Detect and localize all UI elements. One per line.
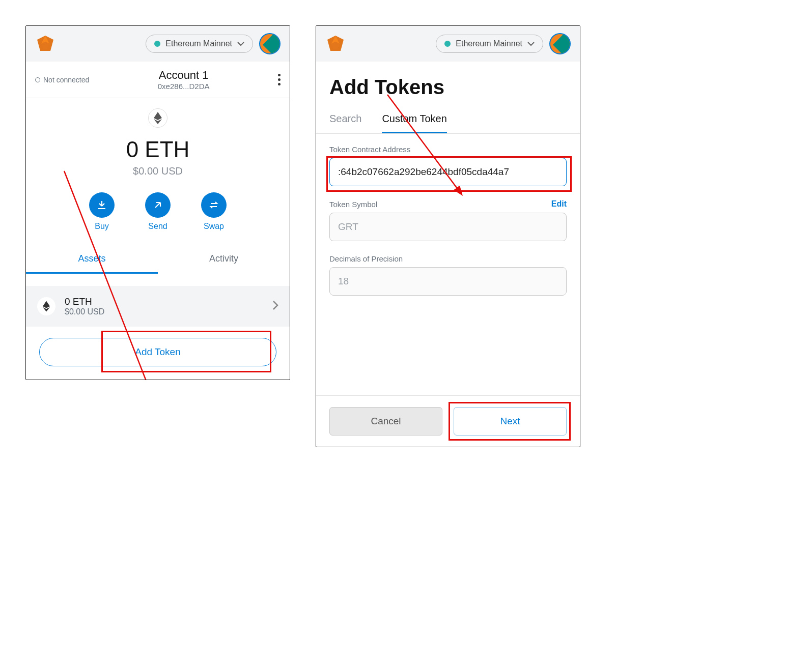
token-symbol-input[interactable] [329, 213, 567, 241]
network-label: Ethereum Mainnet [456, 39, 522, 48]
account-avatar[interactable] [259, 33, 281, 54]
chevron-right-icon [272, 300, 278, 312]
send-button[interactable]: Send [145, 192, 171, 231]
asset-amount: 0 ETH [65, 296, 104, 307]
add-token-button[interactable]: Add Token [39, 338, 276, 366]
account-address: 0xe286...D2DA [89, 82, 278, 91]
chevron-down-icon [237, 41, 244, 46]
asset-fiat: $0.00 USD [65, 307, 104, 316]
metamask-logo-icon [325, 34, 346, 54]
account-name: Account 1 [89, 69, 278, 82]
connection-status[interactable]: Not connected [35, 76, 89, 84]
tab-custom-token[interactable]: Custom Token [382, 108, 446, 133]
fiat-balance: $0.00 USD [26, 165, 290, 177]
header-bar: Ethereum Mainnet [316, 26, 580, 62]
tab-activity[interactable]: Activity [158, 245, 290, 274]
tab-search[interactable]: Search [329, 108, 361, 133]
network-selector[interactable]: Ethereum Mainnet [146, 35, 253, 53]
next-button[interactable]: Next [454, 407, 567, 436]
edit-symbol-link[interactable]: Edit [551, 199, 567, 209]
network-status-dot-icon [444, 41, 451, 47]
account-selector[interactable]: Account 1 0xe286...D2DA [89, 69, 278, 91]
account-avatar[interactable] [549, 33, 571, 54]
decimals-input[interactable] [329, 267, 567, 296]
eth-icon [148, 108, 167, 128]
asset-row-eth[interactable]: 0 ETH $0.00 USD [26, 286, 290, 327]
token-balance: 0 ETH [26, 137, 290, 162]
decimals-label: Decimals of Precision [329, 254, 403, 263]
contract-address-input[interactable] [329, 158, 567, 186]
wallet-main-panel: Ethereum Mainnet Not connected Account 1… [25, 25, 290, 380]
swap-icon [201, 192, 227, 218]
metamask-logo-icon [35, 34, 55, 54]
cancel-button[interactable]: Cancel [329, 407, 442, 436]
token-symbol-label: Token Symbol [329, 200, 377, 209]
add-tokens-panel: Ethereum Mainnet Add Tokens Search Custo… [316, 25, 580, 447]
chevron-down-icon [527, 41, 535, 46]
connection-ring-icon [35, 77, 40, 82]
network-status-dot-icon [154, 41, 160, 47]
wallet-body: 0 ETH $0.00 USD Buy Send [26, 98, 290, 286]
arrow-up-right-icon [145, 192, 171, 218]
page-title: Add Tokens [316, 62, 580, 108]
tab-assets[interactable]: Assets [26, 245, 158, 274]
eth-icon [37, 297, 55, 315]
swap-button[interactable]: Swap [201, 192, 227, 231]
network-label: Ethereum Mainnet [165, 39, 232, 48]
network-selector[interactable]: Ethereum Mainnet [436, 35, 543, 53]
download-icon [89, 192, 115, 218]
account-bar: Not connected Account 1 0xe286...D2DA [26, 62, 290, 98]
header-bar: Ethereum Mainnet [26, 26, 290, 62]
account-menu-icon[interactable] [278, 74, 281, 85]
buy-button[interactable]: Buy [89, 192, 115, 231]
contract-address-label: Token Contract Address [329, 145, 410, 154]
